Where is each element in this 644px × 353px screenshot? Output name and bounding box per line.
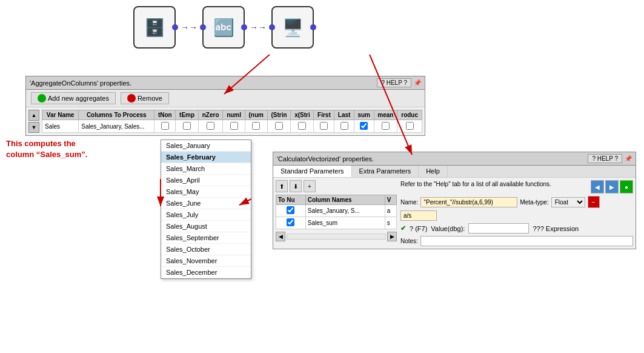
cell-xstri[interactable]	[291, 120, 314, 133]
check-num[interactable]	[252, 122, 260, 130]
node3-in-dot[interactable]	[269, 24, 275, 30]
cell-temp[interactable]	[176, 120, 199, 133]
abc-icon: 🔤	[213, 18, 234, 38]
calc-check-1[interactable]	[276, 217, 306, 229]
calc-help-btn[interactable]: ? HELP ?	[588, 154, 622, 163]
dropdown-item-2[interactable]: Sales_March	[161, 163, 251, 175]
check-xstri[interactable]	[298, 122, 306, 130]
cell-nzero[interactable]	[198, 120, 223, 133]
dropdown-item-9[interactable]: Sales_October	[161, 244, 251, 255]
row-up-btn[interactable]: ▲	[28, 110, 39, 121]
calc-mini-toolbar: ⬆ ⬇ +	[276, 180, 397, 192]
check-strin[interactable]	[275, 122, 283, 130]
check-nzero[interactable]	[207, 122, 214, 130]
tab-standard-params[interactable]: Standard Parameters	[273, 166, 352, 177]
dropdown-item-8[interactable]: Sales_September	[161, 232, 251, 244]
h-scroll-area: ◀ ▶	[276, 232, 397, 241]
check-temp[interactable]	[183, 122, 191, 130]
calc-checkbox-0[interactable]	[287, 206, 294, 214]
node2-out-dot[interactable]	[241, 24, 247, 30]
dropdown-item-11[interactable]: Sales_December	[161, 267, 251, 278]
calc-left: ⬆ ⬇ + To Nu Column Names V Sales_January…	[276, 180, 397, 246]
col-num: (num	[245, 110, 267, 120]
row-down-btn[interactable]: ▼	[28, 122, 39, 133]
f7-label: ? (F7)	[410, 225, 427, 232]
nav-ok-btn[interactable]: ●	[620, 180, 633, 193]
node-database[interactable]: 🗄️	[133, 6, 176, 49]
check-tnon[interactable]	[161, 122, 169, 130]
nav-next-btn[interactable]: ▶	[605, 180, 619, 193]
tab-help[interactable]: Help	[419, 166, 448, 177]
node1-out-dot[interactable]	[172, 24, 178, 30]
nav-prev-btn[interactable]: ◀	[591, 180, 604, 193]
dropdown-item-4[interactable]: Sales_May	[161, 186, 251, 198]
metatype-label: Meta-type:	[520, 199, 548, 206]
calc-name-1: Sales_sum	[305, 217, 385, 229]
check-first[interactable]	[320, 122, 328, 130]
row-controls: ▲ ▼	[28, 110, 39, 133]
dropdown-item-0[interactable]: Sales_January	[161, 140, 251, 152]
check-numl[interactable]	[230, 122, 238, 130]
calc-checkbox-1[interactable]	[287, 218, 294, 226]
check-last[interactable]	[340, 122, 348, 130]
dropdown-item-7[interactable]: Sales_August	[161, 221, 251, 232]
col-numl: numl	[223, 110, 245, 120]
dropdown-item-5[interactable]: Sales_June	[161, 198, 251, 209]
tab-extra-params[interactable]: Extra Parameters	[352, 166, 419, 177]
aggregate-pin-icon[interactable]: 📌	[414, 79, 421, 86]
arrow2: →→	[250, 22, 267, 32]
scroll-left-btn[interactable]: ◀	[276, 232, 285, 241]
name-input[interactable]	[420, 197, 517, 207]
calc-v-0: a	[385, 205, 396, 217]
remove-btn[interactable]: Remove	[121, 92, 169, 104]
check-sum[interactable]	[360, 122, 368, 130]
node2-in-dot[interactable]	[200, 24, 206, 30]
nav-btns: ◀ ▶ ●	[591, 180, 633, 193]
dropdown-item-1[interactable]: Sales_February	[161, 152, 251, 163]
metatype-select[interactable]: Float Integer String	[551, 197, 585, 207]
col-strin: (Strin	[267, 110, 291, 120]
refer-text: Refer to the "Help" tab for a list of al…	[400, 180, 551, 189]
cell-var-name: Sales	[42, 120, 79, 133]
calc-title-text: 'CalculatorVectorized' properties.	[277, 155, 374, 163]
calculator-panel-title: 'CalculatorVectorized' properties. ? HEL…	[273, 152, 636, 166]
cell-tnon[interactable]	[154, 120, 176, 133]
expression-btn-text: ??? Expression	[533, 225, 579, 232]
calc-row-1: Sales_sum s	[276, 217, 397, 229]
cell-sum[interactable]	[354, 120, 374, 133]
calc-name-0: Sales_January, S...	[305, 205, 385, 217]
value-dbg-input[interactable]	[468, 223, 529, 234]
value-label: Value(dbg):	[431, 225, 465, 232]
calc-add-col-btn[interactable]: +	[304, 180, 316, 192]
cell-last[interactable]	[334, 120, 354, 133]
name-label: Name:	[400, 199, 418, 206]
node-compute[interactable]: 🖥️	[271, 6, 314, 49]
check-mean[interactable]	[382, 122, 390, 130]
calc-up-btn[interactable]: ⬆	[276, 180, 288, 192]
compute-icon: 🖥️	[282, 18, 304, 38]
cell-numl[interactable]	[223, 120, 245, 133]
f7-row: ✔ ? (F7) Value(dbg): ??? Expression	[400, 223, 633, 234]
add-aggregate-btn[interactable]: Add new aggregates	[31, 92, 116, 104]
node3-out-dot[interactable]	[310, 24, 316, 30]
dropdown-item-10[interactable]: Sales_November	[161, 255, 251, 267]
notes-input[interactable]	[420, 236, 633, 246]
calc-pin-icon[interactable]: 📌	[625, 155, 632, 162]
node-abc-transform[interactable]: 🔤	[202, 6, 245, 49]
cell-first[interactable]	[314, 120, 334, 133]
database-icon: 🗄️	[144, 18, 165, 38]
calc-check-0[interactable]	[276, 205, 306, 217]
calc-down-btn[interactable]: ⬇	[290, 180, 302, 192]
formula-input[interactable]	[400, 210, 437, 221]
scroll-right-btn[interactable]: ▶	[387, 232, 397, 241]
cell-mean[interactable]	[374, 120, 397, 133]
cell-num[interactable]	[245, 120, 267, 133]
aggregate-help-btn[interactable]: ? HELP ?	[377, 78, 411, 87]
dropdown-item-3[interactable]: Sales_April	[161, 175, 251, 186]
cell-roduc[interactable]	[397, 120, 422, 133]
metatype-remove-btn[interactable]: −	[588, 196, 600, 208]
cell-strin[interactable]	[267, 120, 291, 133]
check-roduc[interactable]	[406, 122, 414, 130]
dropdown-item-6[interactable]: Sales_July	[161, 209, 251, 221]
scrollbar-h[interactable]	[287, 234, 386, 240]
